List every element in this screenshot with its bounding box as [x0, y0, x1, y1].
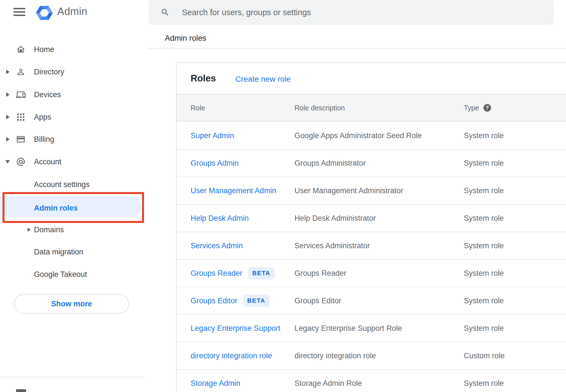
table-header: Role Role description Type ?	[177, 94, 566, 122]
sidebar-item-directory[interactable]: Directory	[0, 61, 149, 83]
sidebar-item-label: Billing	[34, 135, 54, 144]
table-row: directory integration role directory int…	[177, 342, 566, 370]
person-icon	[16, 67, 26, 77]
role-description: Google Apps Administrator Seed Role	[295, 131, 422, 140]
table-row: Legacy Enterprise Support Legacy Enterpr…	[177, 315, 566, 342]
role-type: System role	[464, 269, 504, 278]
roles-card: Roles Create new role Role Role descript…	[176, 62, 566, 392]
breadcrumb: Admin roles	[165, 34, 206, 43]
role-description: Help Desk Administrator	[295, 214, 376, 223]
role-description: Groups Administrator	[295, 159, 366, 168]
search-input[interactable]	[182, 0, 519, 25]
table-row: Groups Reader BETA Groups Reader System …	[177, 260, 566, 287]
sidebar-item-domains[interactable]: Domains	[0, 218, 149, 241]
create-new-role-link[interactable]: Create new role	[235, 75, 291, 84]
column-header-type: Type	[464, 104, 479, 112]
card-title: Roles	[191, 73, 216, 84]
help-icon[interactable]: ?	[483, 104, 491, 112]
role-link[interactable]: Storage Admin	[191, 379, 240, 388]
role-link[interactable]: Legacy Enterprise Support	[191, 324, 280, 333]
beta-badge: BETA	[243, 295, 270, 307]
chevron-down-icon	[5, 160, 10, 163]
role-type: System role	[464, 131, 504, 140]
role-type: System role	[464, 324, 504, 333]
sidebar-item-account-settings[interactable]: Account settings	[0, 173, 149, 196]
role-description: Legacy Enterprise Support Role	[295, 324, 402, 333]
table-row: Help Desk Admin Help Desk Administrator …	[177, 205, 566, 232]
search-icon	[161, 8, 170, 17]
menu-hamburger-icon[interactable]	[13, 8, 25, 16]
sidebar-item-label: Directory	[34, 68, 64, 76]
role-type: System role	[464, 186, 504, 195]
role-description: Storage Admin Role	[295, 379, 362, 388]
sidebar-item-label: Devices	[34, 90, 61, 99]
role-description: directory integration role	[295, 352, 376, 360]
role-description: Groups Editor	[295, 297, 341, 305]
role-link[interactable]: Help Desk Admin	[191, 214, 249, 223]
beta-badge: BETA	[248, 267, 275, 279]
role-type: System role	[464, 379, 504, 388]
role-link[interactable]: Groups Editor BETA	[191, 295, 270, 307]
apps-grid-icon	[16, 112, 26, 122]
devices-icon	[16, 90, 26, 99]
chevron-right-icon	[6, 137, 10, 142]
sidebar-item-label: Google Takeout	[34, 270, 87, 279]
role-description: Services Administrator	[295, 241, 370, 250]
credit-card-icon	[16, 135, 26, 144]
sidebar-item-label: Account settings	[34, 180, 90, 189]
role-link-text: Groups Editor	[191, 297, 238, 305]
role-link[interactable]: User Management Admin	[191, 186, 276, 195]
table-row: Storage Admin Storage Admin Role System …	[177, 370, 566, 392]
sidebar-item-account[interactable]: Account	[0, 151, 149, 173]
sidebar-item-label: Data migration	[34, 248, 83, 256]
sidebar-item-admin-roles[interactable]: Admin roles	[0, 197, 149, 219]
sidebar-item-home[interactable]: Home	[0, 38, 149, 61]
at-sign-icon	[16, 157, 26, 167]
sidebar-item-google-takeout[interactable]: Google Takeout	[0, 263, 149, 286]
global-search-bar[interactable]	[149, 0, 554, 25]
role-link[interactable]: directory integration role	[191, 352, 272, 360]
sidebar-item-devices[interactable]: Devices	[0, 83, 149, 106]
sidebar-item-data-migration[interactable]: Data migration	[0, 241, 149, 263]
column-header-role: Role	[191, 104, 205, 112]
role-type: System role	[464, 297, 504, 305]
column-header-description: Role description	[295, 104, 345, 112]
role-type: System role	[464, 241, 504, 250]
sidebar-item-label: Admin roles	[34, 204, 78, 213]
role-description: User Management Administrator	[295, 186, 403, 195]
app-title: Admin	[57, 6, 87, 17]
table-row: Services Admin Services Administrator Sy…	[177, 232, 566, 260]
role-type: System role	[464, 214, 504, 223]
role-link-text: Groups Reader	[191, 269, 243, 278]
role-type: Custom role	[464, 352, 505, 360]
show-more-button[interactable]: Show more	[14, 294, 129, 314]
sidebar-item-label: Home	[34, 45, 54, 54]
sidebar-divider	[0, 377, 144, 377]
roles-table-body: Super Admin Google Apps Administrator Se…	[177, 122, 566, 392]
table-row: Super Admin Google Apps Administrator Se…	[177, 122, 566, 150]
header-divider	[149, 48, 566, 49]
table-row: Groups Editor BETA Groups Editor System …	[177, 287, 566, 315]
role-link[interactable]: Groups Admin	[191, 159, 239, 168]
role-link[interactable]: Super Admin	[191, 131, 234, 140]
chevron-right-icon	[6, 92, 10, 97]
home-icon	[16, 45, 26, 54]
table-row: Groups Admin Groups Administrator System…	[177, 150, 566, 177]
sidebar-item-label: Account	[34, 158, 61, 166]
role-link[interactable]: Services Admin	[191, 241, 243, 250]
google-admin-logo-icon	[35, 4, 53, 22]
chevron-right-icon	[6, 70, 10, 74]
chevron-right-icon	[28, 228, 31, 232]
table-row: User Management Admin User Management Ad…	[177, 177, 566, 205]
chevron-right-icon	[6, 115, 10, 119]
sidebar-item-billing[interactable]: Billing	[0, 128, 149, 151]
role-type: System role	[464, 159, 504, 168]
sidebar-item-label: Domains	[34, 225, 64, 234]
role-description: Groups Reader	[295, 269, 346, 278]
sidebar-item-label: Apps	[34, 113, 51, 122]
sidebar-item-apps[interactable]: Apps	[0, 106, 149, 128]
partial-sidebar-icon	[16, 389, 26, 392]
role-link[interactable]: Groups Reader BETA	[191, 267, 275, 279]
